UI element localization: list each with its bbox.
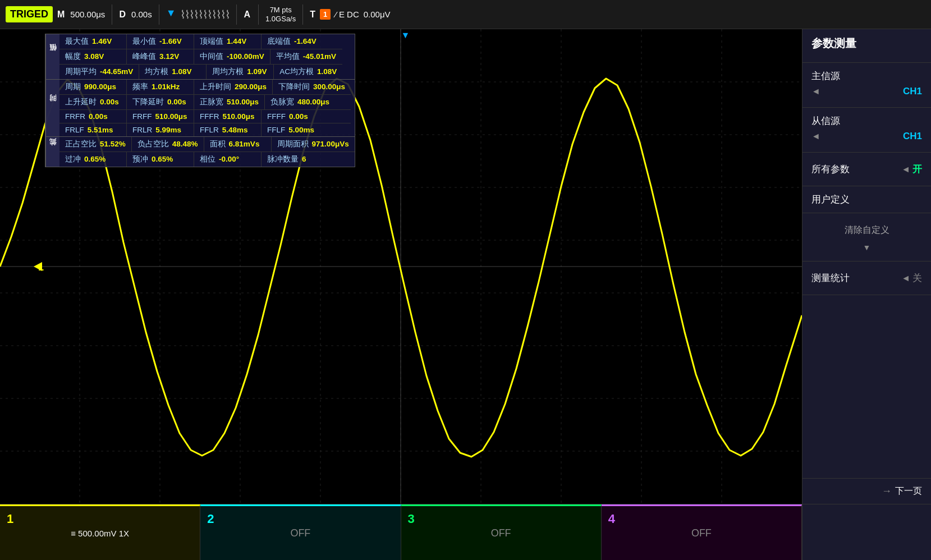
meas-stats-toggle[interactable]: 关 — [912, 272, 922, 284]
channel-1-number: 1 — [7, 512, 13, 526]
divider2 — [159, 4, 159, 25]
main-source-section[interactable]: 主信源 ◄ CH1 — [802, 63, 931, 108]
meas-cell: 正脉宽510.00μs — [194, 95, 265, 109]
all-params-row[interactable]: 所有参数 ◄ 开 — [811, 163, 922, 176]
meas-stats-section[interactable]: 测量统计 ◄ 关 — [802, 261, 931, 295]
meas-cell: 均方根1.08V — [139, 65, 207, 79]
meas-cell: 预冲0.65% — [127, 152, 194, 167]
sub-source-label: 从信源 — [811, 114, 922, 127]
meas-cell: 正占空比51.52% — [59, 137, 132, 152]
scope-screen[interactable]: 1 ▼ 幅值 最大值1.46V 最小 — [0, 29, 802, 504]
amplitude-section-label: 幅值 — [45, 34, 59, 79]
sub-source-row[interactable]: ◄ CH1 — [811, 131, 922, 142]
measurement-table: 幅值 最大值1.46V 最小值-1.66V 顶端值1.44V — [45, 34, 355, 167]
meas-cell: 面积6.81mVs — [204, 137, 272, 152]
meas-cell: 中间值-100.00mV — [194, 49, 270, 64]
meas-row: FRLF5.51ms FRLR5.99ms FFLR5.48ms FFLF5.0… — [59, 123, 351, 136]
channel-1-bar[interactable]: 1 ≡ 500.00mV 1X — [0, 504, 200, 560]
sub-source-value: CH1 — [903, 131, 922, 142]
meas-stats-label: 测量统计 — [811, 272, 850, 284]
meas-cell: 平均值-45.01mV — [270, 49, 342, 64]
clear-defined-section[interactable]: 清除自定义 ▼ — [802, 213, 931, 261]
meas-cell: 相位-0.00° — [194, 152, 262, 167]
meas-stats-left-arrow[interactable]: ◄ — [901, 273, 910, 283]
trigger-wave-icon: ▼ — [166, 7, 176, 19]
meas-row: 正占空比51.52% 负占空比48.48% 面积6.81mVs 周期面积971.… — [59, 137, 355, 152]
main-source-value: CH1 — [903, 86, 922, 97]
meas-cell: 底端值-1.64V — [262, 34, 329, 49]
meas-cell: 上升时间290.00μs — [194, 80, 273, 94]
all-params-left-arrow[interactable]: ◄ — [901, 164, 910, 175]
meas-cell: 下降时间300.00μs — [273, 80, 351, 94]
pts-line2: 1.0GSa/s — [265, 15, 296, 24]
main-source-label: 主信源 — [811, 70, 922, 82]
channel-4-info: OFF — [691, 527, 712, 539]
meas-cell: 负占空比48.48% — [132, 137, 204, 152]
bottom-channel-bar: 1 ≡ 500.00mV 1X 2 OFF 3 OFF 4 OFF — [0, 504, 931, 560]
meas-cell: 最大值1.46V — [59, 34, 127, 49]
clear-defined-button[interactable]: 清除自定义 — [811, 220, 922, 241]
all-params-label: 所有参数 — [811, 163, 850, 176]
meas-cell: 过冲0.65% — [59, 152, 127, 167]
meas-cell: 频率1.01kHz — [127, 80, 194, 94]
next-page-area[interactable]: → 下一页 — [802, 478, 931, 504]
time-section: 时间 周期990.00μs 频率1.01kHz 上升时间290.00μs — [45, 79, 355, 136]
bottom-right-area — [802, 504, 931, 560]
channel-4-number: 4 — [608, 512, 615, 526]
user-defined-label: 用户定义 — [811, 193, 922, 206]
other-section: 其他 正占空比51.52% 负占空比48.48% 面积6.81mVs — [45, 136, 355, 167]
t-key: T — [310, 10, 315, 20]
main-source-left-arrow[interactable]: ◄ — [811, 86, 820, 97]
meas-row: 最大值1.46V 最小值-1.66V 顶端值1.44V 底端值-1.64V — [59, 34, 342, 49]
amplitude-rows: 最大值1.46V 最小值-1.66V 顶端值1.44V 底端值-1.64V — [59, 34, 342, 79]
meas-row: FRFR0.00s FRFF510.00μs FFFR510.00μs FFFF… — [59, 110, 351, 123]
meas-cell: 周均方根1.09V — [207, 65, 274, 79]
channel-4-bar[interactable]: 4 OFF — [602, 504, 802, 560]
time-section-label: 时间 — [45, 80, 59, 136]
all-params-section[interactable]: 所有参数 ◄ 开 — [802, 153, 931, 186]
divider5 — [302, 4, 303, 25]
meas-cell: AC均方根1.08V — [274, 65, 342, 79]
trigger-ch-badge[interactable]: 1 — [320, 9, 331, 20]
next-page-arrow-icon: → — [882, 485, 892, 497]
meas-row: 过冲0.65% 预冲0.65% 相位-0.00° 脉冲数量6 — [59, 152, 355, 167]
divider3 — [236, 4, 237, 25]
d-key: D — [119, 10, 126, 20]
main-source-row[interactable]: ◄ CH1 — [811, 86, 922, 97]
channel-2-info: OFF — [290, 527, 310, 539]
trigger-voltage[interactable]: 0.00μV — [364, 10, 391, 19]
sub-source-left-arrow[interactable]: ◄ — [811, 131, 820, 141]
meas-cell: 脉冲数量6 — [262, 152, 329, 167]
timebase-value[interactable]: 500.00μs — [70, 10, 105, 19]
channel-1-info: ≡ 500.00mV 1X — [71, 529, 129, 538]
all-params-toggle[interactable]: 开 — [912, 163, 922, 176]
channel-3-bar[interactable]: 3 OFF — [401, 504, 602, 560]
channel-3-number: 3 — [408, 512, 415, 526]
triged-label: TRIGED — [6, 6, 53, 22]
meas-cell: FFFF0.00s — [262, 110, 329, 123]
meas-cell: 负脉宽480.00μs — [265, 95, 335, 109]
clear-defined-label: 清除自定义 — [845, 225, 889, 235]
panel-main-title: 参数测量 — [811, 36, 922, 51]
trigger-position-indicator: ▼ — [401, 30, 410, 40]
meas-cell: 顶端值1.44V — [194, 34, 262, 49]
m-key: M — [57, 10, 65, 20]
channel-2-bar[interactable]: 2 OFF — [200, 504, 401, 560]
meas-cell: FRLF5.51ms — [59, 123, 127, 136]
meas-row: 周期990.00μs 频率1.01kHz 上升时间290.00μs 下降时间30… — [59, 80, 351, 95]
meas-cell: 峰峰值3.12V — [127, 49, 194, 64]
toolbar: TRIGED M 500.00μs D 0.00s ▼ ⌇⌇⌇⌇⌇⌇⌇⌇⌇⌇⌇ … — [0, 0, 931, 29]
meas-stats-row[interactable]: 测量统计 ◄ 关 — [811, 272, 922, 284]
pts-line1: 7M pts — [265, 6, 296, 15]
meas-cell: FRFR0.00s — [59, 110, 127, 123]
sub-source-section[interactable]: 从信源 ◄ CH1 — [802, 108, 931, 153]
next-page-button[interactable]: 下一页 — [895, 485, 922, 497]
meas-cell: FRFF510.00μs — [127, 110, 194, 123]
meas-row: 周期平均-44.65mV 均方根1.08V 周均方根1.09V AC均方根1.0… — [59, 65, 342, 79]
edc-label: ∕ E DC — [335, 10, 359, 19]
meas-cell: 周期平均-44.65mV — [59, 65, 139, 79]
meas-cell: 周期990.00μs — [59, 80, 127, 94]
channel-3-info: OFF — [491, 527, 511, 539]
delay-value[interactable]: 0.00s — [131, 10, 152, 19]
panel-title-section: 参数测量 — [802, 29, 931, 63]
